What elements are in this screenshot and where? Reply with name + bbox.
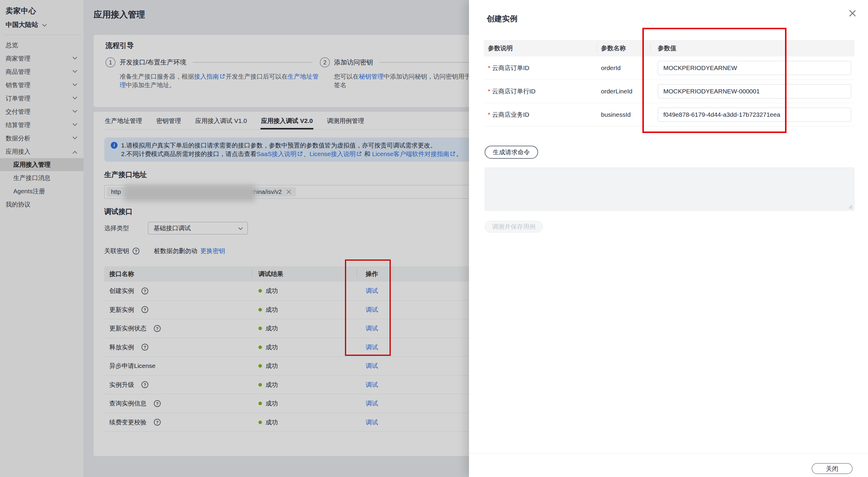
required-mark: *	[488, 64, 490, 71]
drawer-title: 创建实例	[487, 13, 518, 24]
order-line-id-input[interactable]	[658, 84, 851, 98]
business-id-input[interactable]	[658, 108, 851, 122]
generate-command-button[interactable]: 生成请求命令	[485, 146, 538, 159]
resize-handle[interactable]	[848, 204, 852, 209]
required-mark: *	[488, 111, 490, 118]
param-row: *云商店业务ID businessId	[484, 103, 855, 126]
create-instance-drawer: 创建实例 参数说明 参数名称 参数值 *云商店订单ID orderId *云商店…	[469, 0, 868, 477]
param-table-header: 参数说明 参数名称 参数值	[484, 40, 855, 56]
param-row: *云商店订单ID orderId	[484, 56, 855, 80]
close-button[interactable]: 关闭	[812, 463, 852, 474]
close-icon[interactable]	[848, 9, 857, 18]
param-row: *云商店订单行ID orderLineId	[484, 80, 855, 103]
command-output-wrap	[485, 168, 855, 211]
test-and-save-button[interactable]: 调测并保存用例	[485, 221, 543, 233]
required-mark: *	[488, 88, 490, 95]
command-output-textarea[interactable]	[485, 168, 855, 211]
order-id-input[interactable]	[658, 61, 851, 75]
param-table: 参数说明 参数名称 参数值 *云商店订单ID orderId *云商店订单行ID…	[484, 40, 855, 126]
drawer-footer: 关闭	[469, 453, 868, 477]
